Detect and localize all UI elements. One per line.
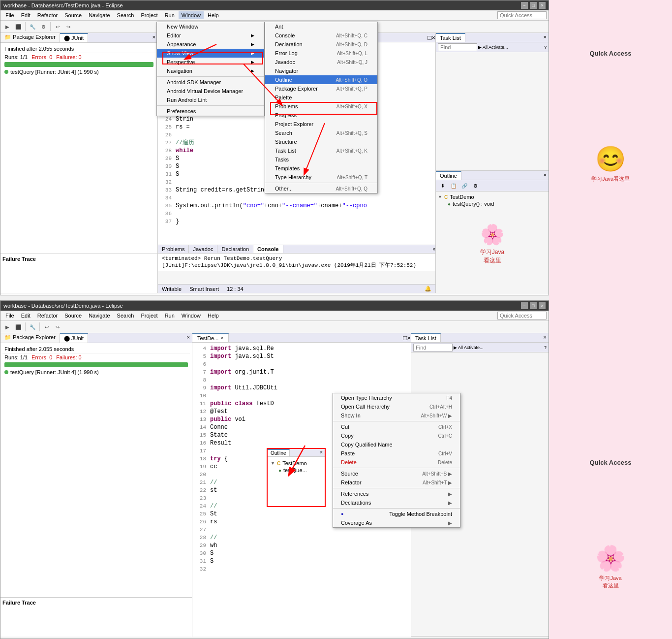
view-problems[interactable]: Problems Alt+Shift+Q, X — [265, 102, 377, 111]
close-task-bottom[interactable]: × — [542, 333, 549, 342]
bottom-menu-file[interactable]: File — [2, 312, 17, 320]
maximize-button[interactable]: □ — [530, 2, 537, 9]
minimize-button[interactable]: − — [521, 2, 528, 9]
tab-junit-top[interactable]: ⬤ JUnit — [60, 33, 88, 42]
toolbar-btn-3[interactable]: 🔧 — [28, 22, 37, 32]
outline-class-item-top[interactable]: ▼ C TestDemo — [438, 193, 547, 200]
editor-maximize-bottom[interactable]: □ — [403, 333, 407, 342]
quick-access-input[interactable] — [497, 11, 547, 19]
bottom-menu-project[interactable]: Project — [138, 312, 160, 320]
menu-perspective[interactable]: Perspective ▶ — [157, 58, 264, 66]
menu-navigation[interactable]: Navigation ▶ — [157, 66, 264, 75]
view-tasks[interactable]: Tasks — [265, 155, 377, 164]
view-error-log[interactable]: Error Log Alt+Shift+Q, L — [265, 49, 377, 58]
tab-declaration-top[interactable]: Declaration — [217, 245, 253, 253]
ctx-show-in[interactable]: Show In Alt+Shift+W ▶ — [333, 411, 460, 420]
ctx-declarations[interactable]: Declarations ▶ — [333, 498, 460, 507]
view-templates[interactable]: Templates — [265, 164, 377, 173]
bottom-menu-run[interactable]: Run — [162, 312, 178, 320]
view-type-hierarchy[interactable]: Type Hierarchy Alt+Shift+Q, T — [265, 173, 377, 182]
view-tasklist[interactable]: Task List Alt+Shift+Q, K — [265, 146, 377, 155]
view-palette[interactable]: Palette — [265, 93, 377, 102]
editor-close-bottom[interactable]: × — [407, 333, 411, 342]
bottom-menu-refactor[interactable]: Refactor — [34, 312, 61, 320]
bottom-maximize-button[interactable]: □ — [530, 302, 537, 309]
tab-package-explorer-top[interactable]: 📁 Package Explorer — [0, 33, 60, 42]
close-task-top[interactable]: × — [542, 33, 549, 42]
ctx-paste[interactable]: Paste Ctrl+V — [333, 449, 460, 458]
menu-appearance[interactable]: Appearance ▶ — [157, 40, 264, 49]
view-console[interactable]: Console Alt+Shift+Q, C — [265, 31, 377, 40]
bottom-toolbar-btn-2[interactable]: ⬛ — [13, 322, 23, 332]
bottom-close-button[interactable]: × — [539, 302, 546, 309]
ctx-delete[interactable]: Delete Delete — [333, 458, 460, 467]
ctx-toggle-breakpoint[interactable]: ● Toggle Method Breakpoint — [333, 510, 460, 518]
view-javadoc[interactable]: Javadoc Alt+Shift+Q, J — [265, 58, 377, 66]
tab-testdemo-bottom[interactable]: TestDe... × — [192, 333, 229, 342]
test-item-bottom[interactable]: testQuery [Runner: JUnit 4] (1.990 s) — [2, 368, 190, 376]
menu-help[interactable]: Help — [205, 11, 222, 19]
outline-btn-3[interactable]: 🔗 — [459, 181, 469, 191]
bottom-menu-navigate[interactable]: Navigate — [86, 312, 113, 320]
task-activate-btn-top[interactable]: Activate... — [489, 45, 508, 50]
test-item-top[interactable]: testQuery [Runner: JUnit 4] (1.990 s) — [2, 68, 155, 76]
task-all-btn-top[interactable]: ▶ All — [478, 45, 488, 50]
tab-junit-bottom[interactable]: ⬤ JUnit — [60, 333, 88, 343]
bottom-menu-search[interactable]: Search — [114, 312, 137, 320]
ctx-open-type-hierarchy[interactable]: Open Type Hierarchy F4 — [333, 393, 460, 402]
menu-show-view[interactable]: Show View ▶ — [157, 49, 264, 58]
view-search[interactable]: Search Alt+Shift+Q, S — [265, 128, 377, 137]
menu-window[interactable]: Window — [179, 11, 204, 19]
ctx-refactor[interactable]: Refactor Alt+Shift+T ▶ — [333, 478, 460, 487]
view-outline[interactable]: Outline Alt+Shift+Q, O — [265, 75, 377, 84]
bottom-menu-source[interactable]: Source — [61, 312, 85, 320]
menu-project[interactable]: Project — [138, 11, 160, 19]
toolbar-btn-5[interactable]: ↩ — [53, 22, 62, 32]
view-project-explorer[interactable]: Project Explorer — [265, 120, 377, 128]
menu-navigate[interactable]: Navigate — [86, 11, 113, 19]
task-find-input-bottom[interactable] — [413, 344, 453, 351]
bottom-menu-window[interactable]: Window — [179, 312, 204, 320]
menu-run[interactable]: Run — [162, 11, 178, 19]
view-navigator[interactable]: Navigator — [265, 66, 377, 75]
bottom-menu-help[interactable]: Help — [205, 312, 222, 320]
menu-run-android-lint[interactable]: Run Android Lint — [157, 96, 264, 104]
tab-outline-top[interactable]: Outline — [436, 171, 461, 180]
menu-new-window[interactable]: New Window — [157, 22, 264, 31]
view-other[interactable]: Other... Alt+Shift+Q, Q — [265, 184, 377, 193]
editor-maximize-top[interactable]: □ — [428, 33, 431, 42]
outline-btn-2[interactable]: 📋 — [449, 181, 458, 191]
tab-console-top[interactable]: Console — [253, 245, 283, 253]
bottom-minimize-button[interactable]: − — [521, 302, 528, 309]
toolbar-btn-2[interactable]: ⬛ — [13, 22, 23, 32]
menu-refactor[interactable]: Refactor — [34, 11, 61, 19]
menu-editor[interactable]: Editor ▶ — [157, 31, 264, 40]
bottom-toolbar-btn-1[interactable]: ▶ — [2, 322, 12, 332]
menu-android-sdk[interactable]: Android SDK Manager — [157, 78, 264, 87]
task-help-top[interactable]: ? — [544, 45, 547, 50]
task-activate-btn-bottom[interactable]: Activate... — [464, 345, 484, 350]
close-outline-top[interactable]: × — [542, 171, 549, 180]
outline-btn-1[interactable]: ⬇ — [438, 181, 448, 191]
toolbar-btn-1[interactable]: ▶ — [2, 22, 12, 32]
ctx-copy-qualified-name[interactable]: Copy Qualified Name — [333, 440, 460, 449]
outline-class-mini[interactable]: ▼ C TestDemo — [271, 460, 322, 467]
menu-android-vd[interactable]: Android Virtual Device Manager — [157, 87, 264, 96]
view-package-explorer[interactable]: Package Explorer Alt+Shift+Q, P — [265, 84, 377, 93]
outline-method-mini[interactable]: ● testQue... — [271, 467, 322, 474]
close-button[interactable]: × — [539, 2, 546, 9]
menu-file[interactable]: File — [2, 11, 17, 19]
task-help-bottom[interactable]: ? — [544, 345, 547, 350]
bottom-menu-edit[interactable]: Edit — [18, 312, 33, 320]
close-outline-mini[interactable]: × — [318, 449, 325, 456]
view-ant[interactable]: Ant — [265, 22, 377, 31]
ctx-cut[interactable]: Cut Ctrl+X — [333, 422, 460, 431]
bottom-quick-access-input[interactable] — [497, 312, 547, 320]
menu-search[interactable]: Search — [114, 11, 137, 19]
task-all-btn-bottom[interactable]: ▶ All — [454, 345, 463, 350]
toolbar-btn-4[interactable]: ⚙ — [38, 22, 48, 32]
tab-problems-top[interactable]: Problems — [158, 245, 189, 253]
tab-javadoc-top[interactable]: Javadoc — [189, 245, 217, 253]
editor-close-top[interactable]: × — [431, 33, 435, 42]
ctx-copy[interactable]: Copy Ctrl+C — [333, 431, 460, 440]
